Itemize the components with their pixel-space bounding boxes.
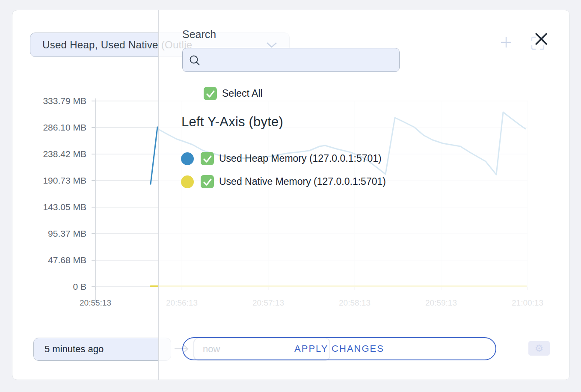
checkmark-icon [201, 175, 214, 188]
select-all-label: Select All [222, 88, 263, 99]
add-icon[interactable] [500, 36, 512, 48]
apply-changes-label: APPLY CHANGES [294, 343, 384, 354]
search-label: Search [182, 28, 216, 41]
series-color-dot-heap [181, 152, 194, 165]
time-from-input[interactable]: 5 minutes ago [33, 338, 171, 361]
select-all-row[interactable]: Select All [204, 87, 263, 100]
series-option-label-heap: Used Heap Memory (127.0.0.1:5701) [219, 153, 382, 164]
gear-glyph: ⚙ [535, 343, 544, 354]
apply-changes-button[interactable]: APPLY CHANGES [182, 337, 496, 360]
checkmark-icon [201, 152, 214, 165]
settings-gear-icon[interactable]: ⚙ [528, 341, 550, 356]
time-from-value: 5 minutes ago [44, 344, 104, 355]
series-checkbox-heap[interactable] [201, 152, 214, 165]
series-color-dot-native [181, 175, 194, 188]
series-option-native[interactable]: Used Native Memory (127.0.0.1:5701) [181, 175, 386, 188]
series-selector-popup: now ⚙ Search Select All Left Y-Axis (byt… [158, 10, 569, 380]
series-option-heap[interactable]: Used Heap Memory (127.0.0.1:5701) [181, 152, 382, 165]
left-y-axis-heading: Left Y-Axis (byte) [181, 114, 283, 130]
chevron-down-icon [266, 42, 277, 48]
series-option-label-native: Used Native Memory (127.0.0.1:5701) [219, 176, 386, 187]
close-icon[interactable] [534, 32, 548, 46]
select-all-checkbox[interactable] [204, 87, 217, 100]
series-checkbox-native[interactable] [201, 175, 214, 188]
page-background: { "stage": { "bg": "#f1f2f6" }, "card": … [0, 0, 581, 392]
search-input[interactable] [182, 48, 400, 72]
checkmark-icon [204, 87, 217, 100]
